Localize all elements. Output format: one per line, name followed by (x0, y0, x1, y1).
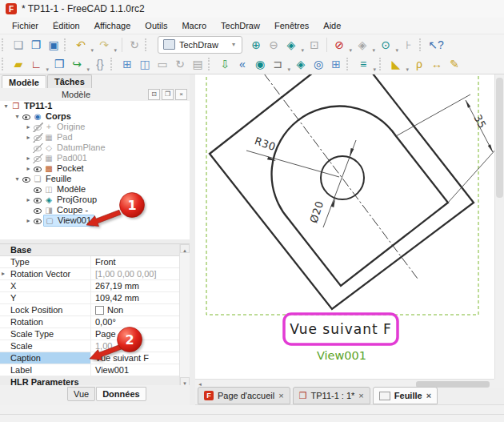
expander-icon[interactable]: ▸ (24, 215, 33, 226)
view-name-label[interactable]: View001 (317, 349, 366, 362)
property-value[interactable]: [1,00 0,00 0,00] (91, 268, 190, 279)
tab-taches[interactable]: Tâches (47, 74, 92, 88)
tab-vue[interactable]: Vue (67, 387, 95, 401)
insert-view-icon[interactable]: ⇩ (216, 55, 234, 73)
projection-group-icon[interactable]: « (234, 55, 251, 73)
new-document-icon[interactable]: ❏ (10, 36, 27, 54)
expander-icon[interactable]: ▸ (24, 132, 33, 143)
whats-this-icon[interactable]: ↖? (427, 36, 445, 54)
view-caption[interactable]: Vue suivant F (290, 321, 392, 337)
menu-outils[interactable]: Outils (138, 19, 174, 32)
clip-group-icon[interactable]: ◎ (310, 55, 327, 73)
balloon-tool-icon[interactable]: ρ (410, 55, 428, 73)
eye-hidden-icon[interactable] (33, 154, 43, 163)
eye-hidden-icon[interactable] (33, 133, 43, 143)
dock-icon[interactable]: ⊡ (148, 89, 160, 100)
menu-fichier[interactable]: Fichier (5, 19, 46, 32)
expander-icon[interactable]: ▸ (24, 195, 33, 205)
vertical-scrollbar[interactable] (494, 74, 504, 379)
menu-aide[interactable]: Aide (316, 19, 348, 32)
eye-visible-icon[interactable] (22, 175, 32, 184)
tree-item-view001[interactable]: ▸ ▢ View001 (0, 215, 190, 226)
close-icon[interactable]: × (426, 391, 431, 400)
tree-item-datumplane[interactable]: ◇ DatumPlane (0, 143, 190, 153)
measure-icon[interactable]: ⊦ (400, 36, 418, 54)
checkbox-unchecked[interactable] (95, 306, 104, 315)
eye-visible-icon[interactable] (33, 206, 43, 215)
new-page-folder-icon[interactable]: ❒ (50, 55, 68, 73)
property-value[interactable]: Non (91, 304, 190, 315)
menu-edition[interactable]: Édition (46, 19, 87, 32)
tree-item-feuille[interactable]: ▾ ❏ Feuille (0, 174, 190, 184)
close-icon[interactable]: × (358, 391, 363, 400)
eye-visible-icon[interactable] (33, 185, 43, 195)
refresh-icon[interactable]: ↻ (126, 36, 143, 54)
pages-icon[interactable]: ▰ (10, 55, 27, 73)
dimension-icon[interactable]: ↔ (428, 55, 446, 73)
expander-icon[interactable]: ▾ (2, 101, 10, 111)
toolbar-grip[interactable] (2, 38, 6, 51)
placement-axis-icon[interactable]: ∟ (27, 55, 45, 73)
property-label-selected[interactable]: Caption (0, 352, 91, 364)
menu-affichage[interactable]: Affichage (87, 19, 138, 32)
selected-tree-item[interactable]: ▢ View001 (43, 215, 94, 227)
tree-item-coupe[interactable]: ◨ Coupe - (0, 205, 190, 215)
toolbar-grip[interactable] (64, 38, 69, 51)
expression-icon[interactable]: {} (91, 55, 109, 73)
print-icon[interactable]: ▤ (189, 55, 206, 73)
tab-feuille[interactable]: Feuille × (373, 387, 438, 404)
scrollbar-thumb[interactable] (496, 78, 503, 198)
property-value[interactable]: 267,19 mm (91, 280, 190, 291)
tree-item-modele[interactable]: ◫ Modèle (0, 184, 190, 195)
toolbar-grip[interactable] (2, 58, 6, 70)
save-icon[interactable]: ▣ (45, 36, 62, 54)
dimension-tools-icon[interactable]: ◣ (387, 55, 405, 73)
zoom-tools-icon[interactable]: ⊙ (377, 36, 394, 54)
expander-icon[interactable]: ▾ (13, 111, 22, 122)
expander-icon[interactable]: ▾ (13, 174, 22, 184)
property-group-base[interactable]: Base (0, 244, 190, 256)
toolbar-grip[interactable] (145, 38, 150, 51)
tab-page-accueil[interactable]: F Page d'accueil × (198, 387, 290, 404)
eye-visible-icon[interactable] (33, 216, 43, 226)
tree-item-corps[interactable]: ▾ ◉ Corps (0, 111, 190, 122)
tree-item-tp11-1[interactable]: ▾ ❒ TP11-1 (0, 101, 190, 111)
view-cube-icon[interactable]: ◈ (354, 36, 371, 54)
toolbar-grip[interactable] (419, 38, 424, 51)
annotation-line-icon[interactable]: ✎ (446, 55, 463, 73)
isometric-view-icon[interactable]: ◈ (282, 36, 300, 54)
tab-modele[interactable]: Modèle (2, 75, 46, 89)
open-document-icon[interactable]: ❐ (27, 36, 45, 54)
toolbar-grip[interactable] (110, 58, 115, 70)
menu-fenetres[interactable]: Fenêtres (267, 19, 316, 32)
image-view-icon[interactable]: ⊞ (327, 55, 345, 73)
toolbar-grip[interactable] (379, 58, 384, 70)
tree-item-projgroup[interactable]: ▸ ◈ ProjGroup (0, 195, 190, 205)
page-template-icon[interactable]: ▭ (154, 55, 171, 73)
property-value[interactable]: 0,00° (91, 316, 190, 328)
detail-view-icon[interactable]: ◈ (292, 55, 310, 73)
scroll-up-icon[interactable] (180, 244, 190, 253)
close-icon[interactable]: × (278, 391, 283, 400)
draw-style-icon[interactable]: ⊘ (330, 36, 348, 54)
export-page-icon[interactable]: ↪ (68, 55, 86, 73)
redo-icon[interactable]: ↷ (95, 36, 113, 54)
fit-selection-icon[interactable]: ⊡ (306, 36, 323, 54)
property-value[interactable]: View001 (91, 364, 190, 376)
hatch-icon[interactable]: ≡ (354, 55, 372, 73)
tree-item-pocket[interactable]: ▸ ▩ Pocket (0, 163, 190, 174)
tree-item-origine[interactable]: ▸ + Origine (0, 122, 190, 132)
menu-macro[interactable]: Macro (174, 19, 214, 32)
undo-icon[interactable]: ↶ (72, 36, 90, 54)
workbench-selector[interactable]: TechDraw ▾ (158, 36, 242, 54)
float-icon[interactable]: ❐ (162, 89, 174, 100)
tree-item-pad[interactable]: ▸ ▦ Pad (0, 132, 190, 143)
insert-page-icon[interactable]: ⊞ (118, 55, 136, 73)
toolbar-grip[interactable] (208, 58, 213, 70)
expander-icon[interactable]: ▸ (24, 153, 33, 163)
zoom-fit-icon[interactable]: ⊕ (247, 36, 265, 54)
eye-visible-icon[interactable] (33, 195, 43, 205)
property-value[interactable]: Page (91, 328, 190, 340)
eye-hidden-icon[interactable] (33, 143, 43, 153)
camera-view-icon[interactable]: ◉ (251, 55, 269, 73)
